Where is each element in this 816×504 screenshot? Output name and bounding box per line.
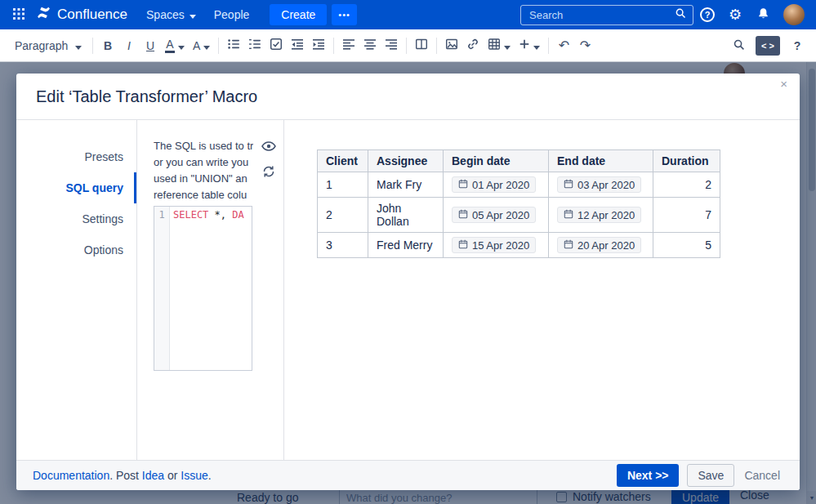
footer-text: or [164,469,181,482]
align-right-button[interactable] [381,33,402,58]
italic-button[interactable]: I [118,33,140,58]
apps-grid-icon [13,8,25,22]
sql-description: The SQL is used to tr or you can write y… [154,138,253,203]
idea-link[interactable]: Idea [142,469,164,482]
refresh-icon [262,168,275,181]
description-line: used in "UNION" an [154,171,253,187]
create-button[interactable]: Create [270,4,327,25]
sql-code-editor[interactable]: 1 SELECT *, DA [154,206,252,371]
editor-help-button[interactable]: ? [787,33,808,58]
insert-table-dropdown[interactable] [484,33,515,58]
task-list-icon [270,38,283,53]
find-replace-button[interactable] [728,33,749,58]
source-editor-button[interactable]: < > [756,36,780,56]
table-header-row: Client Assignee Begin date End date Dura… [318,150,720,172]
indent-button[interactable] [308,33,329,58]
bold-button[interactable]: B [97,33,118,58]
eye-icon [261,141,276,154]
date-field[interactable]: 01 Apr 2020 [452,176,536,193]
dialog-header: Edit ‘Table Transformer’ Macro × [16,74,800,120]
nav-people-label: People [214,8,250,21]
paragraph-style-label: Paragraph [15,39,68,52]
search-icon[interactable] [675,7,686,22]
calendar-icon [458,239,468,252]
column-header: End date [549,150,653,172]
dialog-body: Presets SQL query Settings Options The S… [16,120,800,460]
date-field[interactable]: 20 Apr 2020 [557,237,641,253]
underline-button[interactable]: U [140,33,161,58]
user-menu-button[interactable] [783,4,805,25]
outdent-button[interactable] [287,33,308,58]
page-layout-button[interactable] [411,33,432,58]
nav-spaces[interactable]: Spaces [137,4,205,25]
date-value: 05 Apr 2020 [472,209,529,221]
date-value: 03 Apr 2020 [577,179,635,191]
sql-text: *, [208,209,232,221]
gear-icon: ⚙ [729,7,742,22]
text-color-dropdown[interactable]: A [161,33,189,58]
create-more-button[interactable]: ••• [332,4,357,25]
date-field[interactable]: 15 Apr 2020 [452,237,536,253]
begin-date-cell: 15 Apr 2020 [444,233,549,258]
bullet-list-icon [227,38,240,53]
align-right-icon [385,38,398,53]
column-header: Client [318,150,368,172]
date-field[interactable]: 05 Apr 2020 [452,207,536,223]
cancel-button[interactable]: Cancel [742,464,782,487]
insert-more-dropdown[interactable] [515,33,544,58]
toolbar-separator [406,38,407,54]
confluence-home-link[interactable]: Confluence [36,5,127,25]
redo-button[interactable]: ↷ [574,33,595,58]
user-avatar [783,4,805,25]
align-center-icon [363,38,377,53]
dialog-close-button[interactable]: × [775,76,792,91]
app-switcher-button[interactable] [7,2,31,27]
column-header: Duration [653,150,720,172]
documentation-link[interactable]: Documentation [33,469,109,482]
preview-controls [253,120,284,460]
issue-link[interactable]: Issue [181,469,207,482]
refresh-preview-button[interactable] [262,165,275,180]
calendar-icon [564,239,573,252]
numbered-list-button[interactable] [244,33,265,58]
chevron-down-icon [190,8,196,21]
align-center-button[interactable] [359,33,381,58]
description-line: The SQL is used to tr [154,138,253,154]
date-field[interactable]: 12 Apr 2020 [557,207,641,223]
tab-presets[interactable]: Presets [16,141,136,172]
task-list-button[interactable] [265,33,287,58]
image-icon [445,38,458,53]
tab-options[interactable]: Options [16,234,136,265]
preview-eye-button[interactable] [261,140,276,154]
help-icon: ? [700,7,715,22]
more-formatting-dropdown[interactable]: A [189,33,214,58]
assignee-cell: Fred Merry [368,233,444,258]
toolbar-separator [218,38,219,54]
bullet-list-button[interactable] [223,33,244,58]
client-cell: 3 [318,233,368,258]
begin-date-cell: 05 Apr 2020 [444,198,549,233]
dialog-sidebar: Presets SQL query Settings Options [16,120,137,460]
calendar-icon [564,209,573,221]
notifications-button[interactable] [749,2,777,27]
table-row: 3 Fred Merry 15 Apr 2020 [318,233,720,258]
align-left-button[interactable] [338,33,359,58]
insert-link-button[interactable] [462,33,484,58]
save-button[interactable]: Save [687,464,734,487]
date-field[interactable]: 03 Apr 2020 [557,176,641,193]
dialog-actions: Next >> Save Cancel [617,464,782,487]
settings-button[interactable]: ⚙ [721,2,749,27]
nav-people[interactable]: People [205,4,259,25]
next-button[interactable]: Next >> [617,464,680,487]
insert-image-button[interactable] [441,33,462,58]
sql-keyword: SELECT [173,209,208,221]
paragraph-style-dropdown[interactable]: Paragraph [8,33,88,58]
search-input[interactable] [528,8,670,22]
confluence-logo-icon [36,5,51,25]
date-value: 01 Apr 2020 [472,179,529,191]
duration-cell: 5 [653,233,720,258]
tab-sql-query[interactable]: SQL query [16,172,136,203]
undo-button[interactable]: ↶ [553,33,574,58]
help-button[interactable]: ? [693,2,721,27]
tab-settings[interactable]: Settings [16,203,136,234]
